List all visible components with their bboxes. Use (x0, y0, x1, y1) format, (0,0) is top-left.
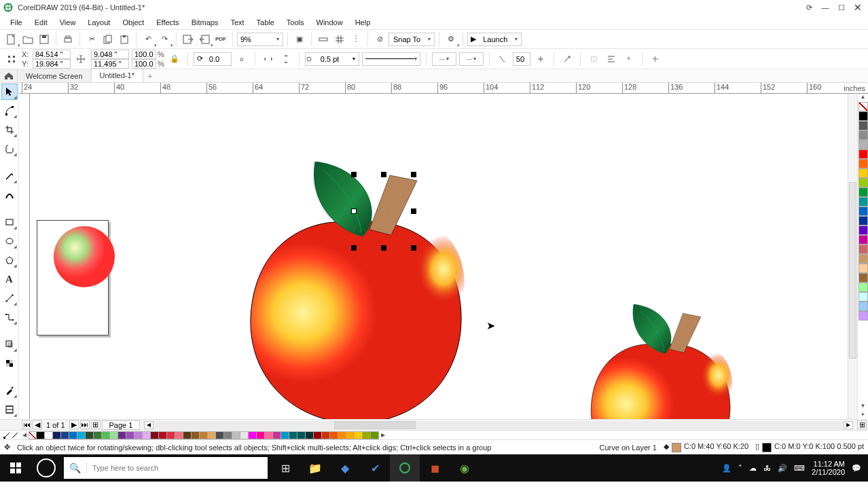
print-button[interactable] (60, 32, 75, 47)
mirror-v-button[interactable] (278, 52, 293, 67)
outline-width[interactable]: ▾ (305, 52, 359, 66)
color-swatch[interactable] (297, 431, 306, 439)
open-button[interactable] (20, 32, 35, 47)
color-swatch[interactable] (53, 431, 61, 439)
app-icon-3[interactable]: ◼ (420, 454, 450, 482)
freehand-tool[interactable]: ◢ (2, 168, 17, 183)
menu-tools[interactable]: Tools (281, 17, 310, 28)
tray-up-icon[interactable]: ˄ (738, 464, 742, 473)
eyedropper-tool[interactable]: ◢ (2, 383, 17, 398)
color-swatch[interactable] (192, 431, 200, 439)
add-button[interactable]: + (648, 52, 663, 67)
color-swatch[interactable] (858, 159, 868, 168)
maximize-button[interactable]: ☐ (834, 1, 849, 14)
size-h[interactable]: 11.495 " (91, 59, 129, 69)
nudge-field[interactable] (513, 52, 530, 66)
color-swatch[interactable] (61, 431, 69, 439)
color-swatch[interactable] (371, 431, 379, 439)
parallel-dim-tool[interactable]: ◢ (2, 291, 17, 306)
color-swatch[interactable] (322, 431, 330, 439)
coreldraw-task-icon[interactable] (390, 454, 420, 482)
color-swatch[interactable] (858, 206, 868, 216)
color-swatch[interactable] (330, 431, 338, 439)
color-swatch[interactable] (151, 431, 159, 439)
color-swatch[interactable] (159, 431, 167, 439)
import-button[interactable] (181, 32, 196, 47)
color-swatch[interactable] (858, 130, 868, 140)
copy-button[interactable] (101, 32, 115, 47)
home-tab[interactable] (0, 69, 18, 82)
tray-people-icon[interactable]: 👤 (722, 464, 731, 473)
end-arrow[interactable]: — ▾ (459, 52, 484, 66)
palette-left[interactable]: ◀ (20, 432, 29, 438)
color-swatch[interactable] (338, 431, 346, 439)
options-button[interactable]: ⚙▾ (444, 32, 458, 47)
page-first[interactable]: ⏮ (22, 420, 31, 429)
color-swatch[interactable] (265, 431, 273, 439)
menu-help[interactable]: Help (349, 17, 377, 28)
color-swatch[interactable] (858, 225, 868, 235)
show-rulers-button[interactable] (316, 32, 331, 47)
nav-toggle[interactable]: ⊞ (857, 420, 867, 429)
show-guidelines-button[interactable] (348, 32, 363, 47)
mirror-h-button[interactable] (261, 52, 276, 67)
color-swatch[interactable] (86, 431, 94, 439)
snap-to[interactable]: Snap To▾ (388, 33, 435, 46)
menu-edit[interactable]: Edit (29, 17, 54, 28)
menu-object[interactable]: Object (116, 17, 150, 28)
undo-button[interactable]: ↶▾ (141, 32, 156, 47)
outline-indicator[interactable]: ▯C:0 M:0 Y:0 K:100 0.500 pt (755, 442, 864, 452)
color-swatch[interactable] (134, 431, 143, 439)
menu-view[interactable]: View (54, 17, 82, 28)
start-button[interactable] (0, 454, 31, 482)
tab-welcome[interactable]: Welcome Screen (18, 69, 92, 82)
color-swatch[interactable] (858, 111, 868, 121)
app-icon-4[interactable]: ◉ (450, 454, 480, 482)
app-icon-2[interactable]: ✔ (360, 454, 390, 482)
drop-shadow-tool[interactable]: ◢ (2, 337, 17, 352)
scale-x[interactable]: 100.0 (132, 50, 156, 59)
fill-tool[interactable]: ◢ (2, 402, 17, 417)
nudge-toggle[interactable] (533, 52, 548, 67)
menu-effects[interactable]: Effects (150, 17, 185, 28)
artistic-media-tool[interactable] (2, 187, 17, 202)
minimize-button[interactable]: — (818, 1, 833, 14)
color-swatch[interactable] (143, 431, 151, 439)
tray-lang-icon[interactable]: ⌨ (794, 464, 805, 473)
color-swatch[interactable] (858, 168, 868, 178)
color-swatch[interactable] (858, 178, 868, 187)
color-swatch[interactable] (858, 140, 868, 149)
start-arrow[interactable]: — ▾ (432, 52, 456, 66)
menu-file[interactable]: File (4, 17, 29, 28)
tab-document[interactable]: Untitled-1* (92, 69, 143, 82)
lock-ratio-button[interactable]: 🔒 (167, 52, 182, 67)
close-curve-button[interactable] (560, 52, 575, 67)
menu-window[interactable]: Window (310, 17, 349, 28)
no-color[interactable] (858, 102, 868, 111)
paste-button[interactable] (117, 32, 132, 47)
notifications-icon[interactable]: 💬 (852, 464, 861, 473)
color-swatch[interactable] (77, 431, 86, 439)
connector-tool[interactable]: ◢ (2, 310, 17, 325)
menu-bitmaps[interactable]: Bitmaps (185, 17, 225, 28)
color-swatch[interactable] (355, 431, 363, 439)
page-last[interactable]: ⏭ (80, 420, 90, 429)
color-swatch[interactable] (118, 431, 126, 439)
convert-button[interactable]: ◫ (586, 52, 601, 67)
selection-handles[interactable]: × (351, 172, 416, 252)
color-swatch[interactable] (281, 431, 289, 439)
color-swatch[interactable] (94, 431, 102, 439)
gradient-sphere[interactable] (43, 223, 118, 297)
text-tool[interactable]: A (2, 272, 17, 287)
snap-off-button[interactable]: ⊘ (372, 32, 387, 47)
no-fill[interactable] (29, 431, 37, 439)
menu-table[interactable]: Table (251, 17, 281, 28)
menu-layout[interactable]: Layout (82, 17, 116, 28)
color-swatch[interactable] (858, 283, 868, 292)
zoom-input[interactable] (238, 35, 273, 43)
export-button[interactable]: ▾ (197, 32, 212, 47)
zoom-pan-tool[interactable]: ◢ (2, 141, 17, 156)
color-swatch[interactable] (306, 431, 314, 439)
color-swatch[interactable] (110, 431, 118, 439)
color-swatch[interactable] (45, 431, 53, 439)
